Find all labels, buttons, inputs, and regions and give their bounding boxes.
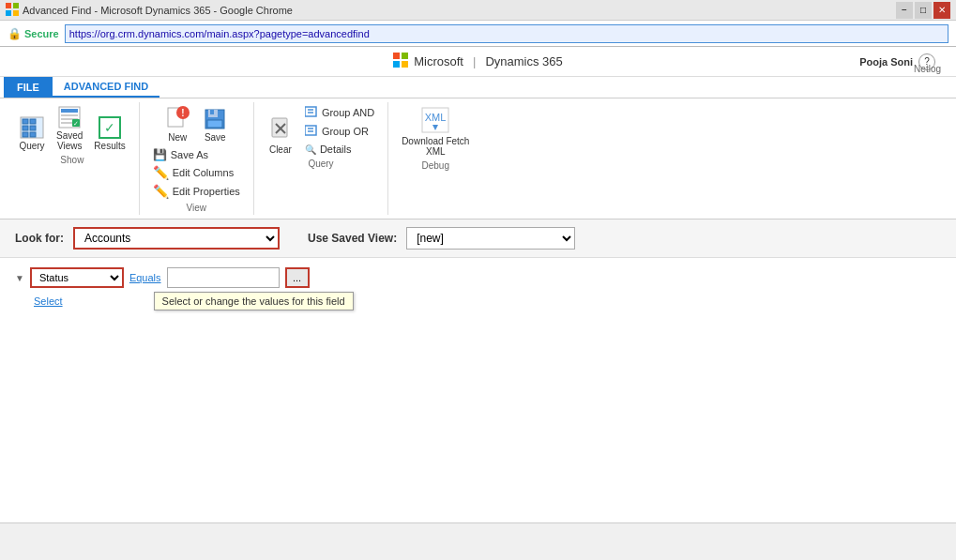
ribbon-group-view: ! New Save xyxy=(140,102,254,215)
download-fetch-xml-icon: XML xyxy=(420,106,450,136)
download-fetch-xml-button[interactable]: XML Download FetchXML xyxy=(398,104,473,159)
query-icon xyxy=(20,116,44,141)
debug-group-label: Debug xyxy=(422,160,449,171)
svg-rect-4 xyxy=(393,53,400,59)
download-fetch-xml-label: Download FetchXML xyxy=(402,136,469,157)
svg-rect-3 xyxy=(13,10,19,16)
saved-views-label: SavedViews xyxy=(56,130,83,151)
status-bar xyxy=(0,522,956,541)
brand-area: Microsoft | Dynamics 365 xyxy=(393,53,563,70)
save-icon xyxy=(204,108,226,132)
address-bar: 🔒 Secure xyxy=(0,21,956,47)
view-buttons: ! New Save xyxy=(160,104,232,144)
svg-rect-16 xyxy=(61,109,78,113)
group-or-label: Group OR xyxy=(322,126,369,137)
svg-rect-11 xyxy=(23,126,28,130)
lock-icon: 🔒 xyxy=(8,27,22,40)
ribbon-group-query: Clear Group AND xyxy=(254,102,388,215)
app-name: Dynamics 365 xyxy=(485,54,562,68)
svg-rect-5 xyxy=(402,53,408,59)
clear-button[interactable]: Clear xyxy=(264,114,297,157)
group-and-icon xyxy=(305,106,318,119)
svg-rect-9 xyxy=(23,119,28,124)
save-as-label: Save As xyxy=(171,149,208,160)
query-group-buttons: Clear Group AND xyxy=(264,104,378,157)
edit-columns-button[interactable]: ✏️ Edit Columns xyxy=(149,163,237,182)
results-label: Results xyxy=(94,141,125,151)
show-buttons: Query ✓ Sav xyxy=(15,104,129,153)
filter-value-input[interactable] xyxy=(167,267,280,288)
main-content xyxy=(0,316,956,522)
view-sub-buttons: 💾 Save As ✏️ Edit Columns ✏️ Edit Proper… xyxy=(149,146,244,201)
svg-rect-29 xyxy=(207,120,222,128)
group-or-button[interactable]: Group OR xyxy=(301,123,378,140)
details-label: Details xyxy=(320,144,352,155)
results-button[interactable]: ✓ Results xyxy=(90,114,129,153)
edit-properties-label: Edit Properties xyxy=(173,186,240,197)
look-for-label: Look for: xyxy=(15,232,64,245)
svg-rect-17 xyxy=(61,114,78,116)
new-icon: ! xyxy=(165,106,190,132)
maximize-button[interactable]: □ xyxy=(915,2,932,19)
group-or-icon xyxy=(305,125,318,138)
edit-properties-icon: ✏️ xyxy=(153,184,169,199)
filter-operator-link[interactable]: Equals xyxy=(129,272,161,283)
svg-rect-10 xyxy=(30,119,36,124)
app-icon xyxy=(6,3,19,18)
use-saved-view-label: Use Saved View: xyxy=(308,232,397,245)
details-icon: 🔍 xyxy=(305,144,316,155)
svg-text:✓: ✓ xyxy=(104,120,115,135)
close-button[interactable]: ✕ xyxy=(933,2,950,19)
brand-divider: | xyxy=(473,54,476,68)
minimize-button[interactable]: − xyxy=(896,2,913,19)
svg-rect-14 xyxy=(30,132,36,137)
group-and-button[interactable]: Group AND xyxy=(301,104,378,121)
tab-advanced-find[interactable]: ADVANCED FIND xyxy=(53,77,159,98)
ribbon-group-show: Query ✓ Sav xyxy=(6,102,140,215)
query-label: Query xyxy=(19,141,44,151)
user-org: Netlog xyxy=(914,64,941,74)
saved-views-button[interactable]: ✓ SavedViews xyxy=(53,104,86,153)
save-as-button[interactable]: 💾 Save As xyxy=(149,146,212,163)
clear-label: Clear xyxy=(269,144,292,155)
svg-rect-37 xyxy=(305,126,316,135)
filter-field-select[interactable]: Status xyxy=(30,267,124,288)
filter-area: ▼ Status Equals ... Select or change the… xyxy=(0,258,956,316)
edit-columns-icon: ✏️ xyxy=(153,165,169,180)
group-and-label: Group AND xyxy=(322,107,374,118)
address-input[interactable] xyxy=(65,24,948,43)
details-button[interactable]: 🔍 Details xyxy=(301,142,378,157)
use-saved-view-select[interactable]: [new] xyxy=(406,227,575,250)
svg-text:!: ! xyxy=(182,108,185,118)
save-as-icon: 💾 xyxy=(153,148,167,161)
look-for-select[interactable]: Accounts xyxy=(73,227,280,250)
svg-text:✓: ✓ xyxy=(73,120,79,127)
query-button[interactable]: Query xyxy=(15,114,49,153)
ribbon-tab-bar: FILE ADVANCED FIND xyxy=(0,77,956,98)
filter-browse-button[interactable]: ... xyxy=(285,267,310,288)
edit-properties-button[interactable]: ✏️ Edit Properties xyxy=(149,182,244,201)
ribbon-group-debug: XML Download FetchXML Debug xyxy=(388,102,482,215)
user-name: Pooja Soni xyxy=(859,56,913,68)
clear-icon xyxy=(269,116,292,144)
svg-rect-19 xyxy=(61,122,72,124)
filter-browse-tooltip: ... Select or change the values for this… xyxy=(285,267,310,288)
svg-rect-12 xyxy=(30,126,36,130)
brand-name: Microsoft xyxy=(414,54,463,68)
query-group-label: Query xyxy=(308,159,333,169)
save-label: Save xyxy=(205,132,226,143)
select-link[interactable]: Select xyxy=(34,295,63,307)
filter-tooltip-text: Select or change the values for this fie… xyxy=(154,292,354,310)
filter-chevron-icon[interactable]: ▼ xyxy=(15,273,24,283)
ribbon-content: Query ✓ Sav xyxy=(0,98,956,219)
new-button[interactable]: ! New xyxy=(160,104,194,144)
svg-rect-34 xyxy=(305,107,316,116)
tab-file[interactable]: FILE xyxy=(4,77,53,98)
svg-rect-30 xyxy=(210,110,214,114)
debug-buttons: XML Download FetchXML xyxy=(398,104,473,159)
window-title: Advanced Find - Microsoft Dynamics 365 -… xyxy=(23,5,293,16)
new-label: New xyxy=(168,132,187,143)
save-button[interactable]: Save xyxy=(198,106,232,144)
results-icon: ✓ xyxy=(98,116,122,141)
app-header: Microsoft | Dynamics 365 Pooja Soni ? Ne… xyxy=(0,47,956,77)
